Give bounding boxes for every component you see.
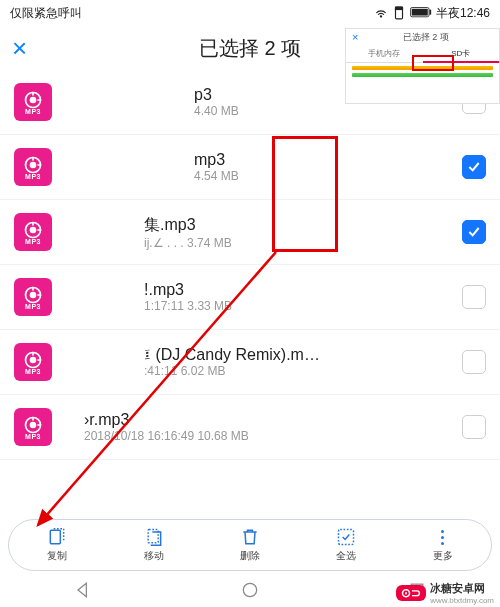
copy-button[interactable]: 复制 [47, 527, 67, 563]
status-right: 半夜12:46 [374, 5, 490, 22]
svg-point-9 [31, 162, 36, 167]
file-row[interactable]: MP3!.mp31:17:11 3.33 MB [0, 265, 500, 330]
file-name: !.mp3 [144, 281, 454, 299]
file-row[interactable]: MP3集.mp3ij.∠ . . . 3.74 MB [0, 200, 500, 265]
checkbox[interactable] [462, 220, 486, 244]
file-text: mp34.54 MB [64, 151, 454, 183]
file-name: mp3 [194, 151, 454, 169]
inset-tab-phone: 手机内存 [346, 45, 423, 63]
file-meta: 2018/10/18 16:16:49 10.68 MB [84, 429, 454, 443]
svg-point-11 [31, 227, 36, 232]
status-time: 半夜12:46 [436, 5, 490, 22]
file-text: 集.mp3ij.∠ . . . 3.74 MB [64, 215, 454, 250]
mp3-file-icon: MP3 [14, 213, 52, 251]
svg-point-22 [243, 583, 256, 596]
more-icon [433, 527, 453, 547]
file-meta: ij.∠ . . . 3.74 MB [144, 236, 454, 250]
file-text: ›r.mp32018/10/18 16:16:49 10.68 MB [64, 411, 454, 443]
move-button[interactable]: 移动 [144, 527, 164, 563]
status-bar: 仅限紧急呼叫 半夜12:46 [0, 0, 500, 26]
file-meta: :41:11 6.02 MB [144, 364, 454, 378]
file-text: !.mp31:17:11 3.33 MB [64, 281, 454, 313]
file-list: MP3p34.40 MBMP3mp34.54 MBMP3集.mp3ij.∠ . … [0, 70, 500, 527]
file-name: ፤ (DJ Candy Remix).m… [144, 346, 454, 364]
svg-point-17 [31, 422, 36, 427]
brand-badge-icon: ⊙⊃ [396, 585, 426, 601]
file-meta: 4.54 MB [194, 169, 454, 183]
mp3-file-icon: MP3 [14, 148, 52, 186]
svg-point-7 [31, 97, 36, 102]
file-text: ፤ (DJ Candy Remix).m…:41:11 6.02 MB [64, 346, 454, 378]
inset-tab-sd: SD卡 [423, 45, 500, 63]
checkbox[interactable] [462, 415, 486, 439]
status-left: 仅限紧急呼叫 [10, 5, 82, 22]
nav-back-icon[interactable] [73, 580, 93, 600]
trash-icon [240, 527, 260, 547]
inset-title: 已选择 2 项 [358, 31, 493, 44]
file-row[interactable]: MP3፤ (DJ Candy Remix).m…:41:11 6.02 MB [0, 330, 500, 395]
svg-point-15 [31, 357, 36, 362]
svg-rect-19 [51, 530, 61, 543]
nav-home-icon[interactable] [240, 580, 260, 600]
inset-panel: × 已选择 2 项 手机内存 SD卡 › [345, 28, 500, 104]
checkbox[interactable] [462, 285, 486, 309]
mp3-file-icon: MP3 [14, 278, 52, 316]
svg-rect-21 [339, 530, 354, 545]
select-all-icon [336, 527, 356, 547]
mp3-file-icon: MP3 [14, 83, 52, 121]
mp3-file-icon: MP3 [14, 343, 52, 381]
copy-icon [47, 527, 67, 547]
select-all-button[interactable]: 全选 [336, 527, 356, 563]
more-button[interactable]: 更多 [433, 527, 453, 563]
svg-rect-2 [395, 7, 402, 9]
svg-rect-5 [429, 10, 431, 15]
bottom-toolbar: 复制 移动 删除 全选 更多 [8, 519, 492, 571]
checkbox[interactable] [462, 350, 486, 374]
watermark: ⊙⊃ 冰糖安卓网 www.btxtdmy.com [396, 581, 494, 605]
file-name: ›r.mp3 [84, 411, 454, 429]
delete-button[interactable]: 删除 [240, 527, 260, 563]
mp3-file-icon: MP3 [14, 408, 52, 446]
checkbox[interactable] [462, 155, 486, 179]
svg-point-0 [380, 16, 381, 17]
svg-point-13 [31, 292, 36, 297]
file-row[interactable]: MP3mp34.54 MB [0, 135, 500, 200]
svg-rect-4 [412, 9, 428, 16]
file-meta: 4.40 MB [194, 104, 454, 118]
file-row[interactable]: MP3›r.mp32018/10/18 16:16:49 10.68 MB [0, 395, 500, 460]
move-icon [144, 527, 164, 547]
file-meta: 1:17:11 3.33 MB [144, 299, 454, 313]
file-name: 集.mp3 [144, 215, 454, 236]
